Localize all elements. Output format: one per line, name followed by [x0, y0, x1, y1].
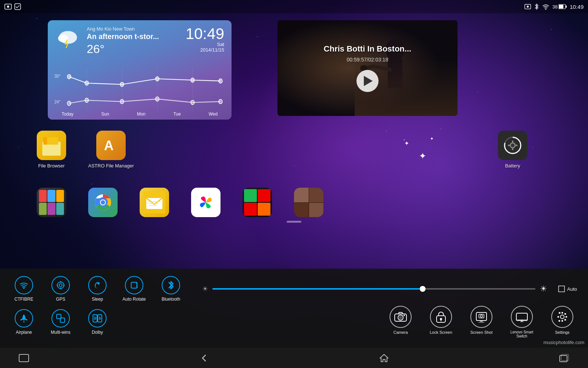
action-camera[interactable]: Camera [386, 306, 415, 335]
qs-dolby-icon [88, 309, 107, 328]
screen-record-icon [4, 3, 12, 10]
action-lenovoswitch[interactable]: Lenovo Smart Switch [507, 306, 537, 338]
folder-icon [37, 188, 66, 217]
weather-graph: 30° 24° Today Sun Mon Tue Wed [48, 68, 232, 120]
qs-multiwins[interactable]: Multi-wins [48, 309, 74, 335]
status-time: 10:49 [570, 4, 584, 10]
svg-rect-84 [19, 354, 29, 362]
qs-multiwins-label: Multi-wins [51, 330, 70, 335]
nav-task-switcher[interactable] [555, 349, 573, 367]
weather-icon [55, 26, 81, 53]
qs-dolby-label: Dolby [92, 330, 103, 335]
svg-point-77 [480, 315, 483, 317]
qs-wifi[interactable]: CTFIBRE [11, 276, 37, 302]
svg-rect-8 [566, 6, 567, 8]
file-browser-app[interactable]: File Browser [37, 131, 66, 169]
drawer-handle[interactable] [287, 220, 301, 223]
qs-autorotate[interactable]: Auto Rotate [121, 276, 147, 302]
svg-rect-38 [512, 141, 513, 142]
svg-rect-39 [512, 148, 513, 150]
nav-recents[interactable] [15, 349, 33, 367]
svg-point-5 [545, 9, 546, 10]
battery-status: 38 [552, 4, 567, 10]
media-folder-icon [243, 188, 272, 217]
qs-wifi-label: CTFIBRE [14, 297, 33, 302]
app-folder[interactable] [37, 188, 66, 217]
svg-rect-78 [516, 313, 527, 321]
svg-rect-60 [131, 282, 137, 288]
mail-app[interactable] [140, 188, 169, 217]
qs-bluetooth-label: Bluetooth [162, 297, 180, 302]
svg-rect-2 [15, 4, 21, 10]
svg-point-16 [67, 75, 71, 79]
svg-point-67 [399, 316, 402, 319]
weather-widget[interactable]: Ang Mo Kio New Town An afternoon t-stor.… [48, 20, 232, 120]
svg-point-18 [120, 82, 124, 87]
astro-label: ASTRO File Manager [88, 163, 134, 169]
media-folder-app[interactable] [243, 188, 272, 217]
svg-point-52 [23, 287, 25, 289]
svg-point-4 [527, 6, 528, 7]
app-row-1: File Browser A ASTRO File Manager [37, 131, 134, 169]
brightness-control: ☀ ☀ [202, 284, 547, 294]
svg-point-27 [191, 100, 194, 105]
media-time: 00:59:57/02:03:18 [347, 57, 388, 63]
action-lockscreen[interactable]: Lock Screen [426, 306, 456, 335]
status-bar: 38 10:49 [0, 0, 588, 13]
qs-airplane[interactable]: Airplane [11, 309, 37, 335]
auto-brightness[interactable]: Auto [558, 286, 577, 292]
camera-label: Camera [393, 330, 408, 335]
qs-bluetooth[interactable]: Bluetooth [158, 276, 184, 302]
action-settings[interactable]: Settings [548, 306, 577, 335]
chrome-icon [88, 188, 118, 217]
photos-app[interactable] [191, 188, 220, 217]
chrome-app[interactable] [88, 188, 118, 217]
file-browser-label: File Browser [38, 163, 65, 169]
nav-back[interactable] [195, 349, 213, 367]
nav-home[interactable] [375, 349, 393, 367]
svg-text:30°: 30° [54, 73, 61, 79]
media-overlay: Chris Botti In Boston... 00:59:57/02:03:… [277, 20, 458, 116]
svg-point-45 [101, 200, 105, 205]
svg-point-21 [219, 79, 222, 83]
action-screenshot[interactable]: Screen Shot [467, 306, 496, 335]
svg-rect-7 [559, 5, 563, 8]
astro-file-manager-app[interactable]: A ASTRO File Manager [88, 131, 134, 169]
qs-gps[interactable]: GPS [48, 276, 74, 302]
svg-point-28 [219, 99, 222, 104]
weather-time-block: 10:49 Sat 2014/11/15 [186, 26, 224, 53]
svg-point-59 [97, 282, 100, 284]
photos-icon [191, 188, 220, 217]
qs-sleep-icon [88, 276, 107, 294]
forecast-wed: Wed [209, 112, 218, 117]
svg-rect-40 [508, 145, 510, 146]
quick-settings-row-1: CTFIBRE GPS [0, 272, 588, 305]
forecast-tue: Tue [173, 112, 181, 117]
lockscreen-label: Lock Screen [430, 330, 452, 335]
qs-autorotate-label: Auto Rotate [122, 297, 146, 302]
brightness-slider[interactable] [212, 288, 535, 290]
qs-row2-icons: Airplane Multi-wins [11, 309, 110, 335]
qs-gps-label: GPS [56, 297, 65, 302]
screenshot-action-icon [470, 306, 492, 328]
qs-sleep[interactable]: Sleep [85, 276, 110, 302]
qs-dolby[interactable]: Dolby [85, 309, 110, 335]
battery-percent: 38 [552, 4, 557, 10]
file-browser-icon [37, 131, 66, 160]
lockscreen-action-icon [430, 306, 452, 328]
media-play-button[interactable] [356, 70, 379, 92]
brightness-thumb[interactable] [420, 286, 426, 292]
svg-point-53 [57, 282, 64, 289]
qs-gps-icon [51, 276, 70, 294]
sparkle-4: · [386, 129, 387, 133]
media-player-widget[interactable]: Chris Botti In Boston... 00:59:57/02:03:… [277, 20, 458, 116]
svg-point-1 [7, 6, 9, 8]
status-right-icons: 38 10:49 [524, 3, 584, 10]
sparkle-1: ✦ [404, 140, 409, 147]
svg-point-25 [120, 99, 124, 104]
auto-checkbox-box[interactable] [558, 286, 565, 292]
battery-app[interactable]: Battery [498, 131, 527, 169]
app-row-2 [37, 188, 323, 217]
brightness-low-icon: ☀ [202, 285, 208, 293]
collage-app[interactable] [294, 188, 323, 217]
